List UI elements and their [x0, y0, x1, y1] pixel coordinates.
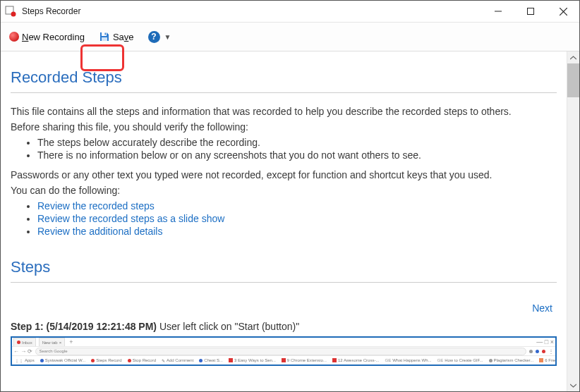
passwords-note: Passwords or any other text you typed we…: [11, 169, 557, 180]
new-recording-label: New Recording: [22, 32, 85, 42]
minimize-button[interactable]: [482, 1, 514, 22]
scroll-thumb[interactable]: [567, 63, 579, 97]
scroll-track[interactable]: [567, 63, 579, 379]
verify-item: There is no information below or on any …: [37, 149, 557, 161]
divider: [11, 92, 557, 93]
toolbar: New Recording Save ? ▼: [1, 23, 579, 51]
vertical-scrollbar[interactable]: [567, 51, 579, 391]
save-icon: [99, 31, 110, 42]
before-sharing-text: Before sharing this file, you should ver…: [11, 121, 557, 133]
you-can-do-text: You can do the following:: [11, 185, 557, 196]
divider: [11, 282, 557, 283]
svg-rect-7: [102, 37, 107, 41]
intro-text: This file contains all the steps and inf…: [11, 106, 557, 117]
step-1-screenshot[interactable]: Inbox New tab × + — □ × ← → ⟳ Search Goo…: [11, 336, 557, 366]
chevron-down-icon: ▼: [164, 33, 171, 41]
window-title: Steps Recorder: [20, 6, 482, 16]
scroll-up-button[interactable]: [567, 51, 579, 63]
action-list: Review the recorded steps Review the rec…: [11, 200, 557, 237]
app-icon: [5, 6, 16, 17]
scroll-down-button[interactable]: [567, 379, 579, 391]
browser-addressbar-row: ← → ⟳ Search Google ⋮: [12, 347, 555, 356]
browser-tab: New tab ×: [39, 338, 66, 346]
recorded-steps-heading: Recorded Steps: [11, 68, 557, 87]
review-details-link[interactable]: Review the additional details: [37, 226, 162, 237]
help-icon: ?: [148, 31, 160, 43]
review-slideshow-link[interactable]: Review the recorded steps as a slide sho…: [37, 213, 224, 224]
titlebar[interactable]: Steps Recorder: [1, 1, 579, 23]
save-label: Save: [113, 32, 134, 42]
close-button[interactable]: [547, 1, 579, 22]
next-link[interactable]: Next: [532, 302, 552, 314]
svg-rect-3: [528, 8, 534, 15]
browser-addressbar: Search Google: [35, 348, 526, 355]
verify-item: The steps below accurately describe the …: [37, 137, 557, 148]
browser-bookmarks-bar: ⋮⋮Apps Systweak Official W... Steps Reco…: [12, 356, 555, 365]
browser-tabstrip: Inbox New tab × + — □ ×: [12, 338, 555, 347]
verify-list: The steps below accurately describe the …: [11, 137, 557, 161]
step-1-description: Step 1: (5/14/2019 12:21:48 PM) User lef…: [11, 321, 557, 332]
maximize-button[interactable]: [514, 1, 547, 22]
svg-rect-8: [104, 33, 106, 35]
review-steps-link[interactable]: Review the recorded steps: [37, 200, 155, 212]
steps-heading: Steps: [11, 258, 557, 276]
steps-navigation: Next: [11, 302, 552, 314]
svg-point-1: [11, 12, 16, 17]
document-viewport: Recorded Steps This file contains all th…: [1, 51, 567, 391]
save-button[interactable]: Save: [93, 27, 140, 46]
record-icon: [9, 32, 19, 42]
help-button[interactable]: ? ▼: [143, 27, 177, 46]
new-recording-button[interactable]: New Recording: [4, 27, 90, 46]
browser-tab: Inbox: [13, 338, 36, 346]
